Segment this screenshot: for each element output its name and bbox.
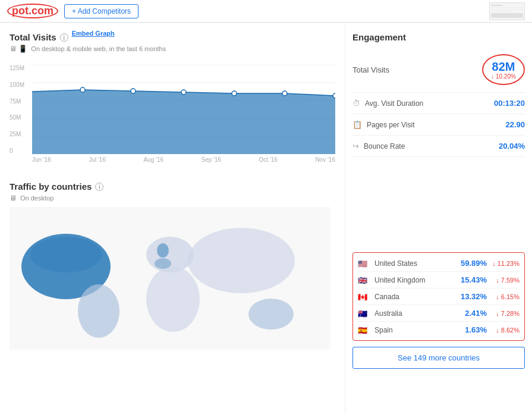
svg-point-28 [155, 258, 171, 269]
engagement-total-visits-row: Total Visits 82M ↓ 10.20% [352, 49, 525, 93]
svg-point-27 [30, 237, 102, 272]
svg-rect-1 [491, 5, 503, 6]
desktop-mobile-icon: 🖥 📱 [10, 45, 27, 53]
total-visits-change: ↓ 10.20% [491, 73, 516, 80]
chart-svg [32, 65, 335, 156]
total-visits-info-icon: i [60, 33, 68, 42]
bounce-rate-row: ↪ Bounce Rate 20.04% [352, 136, 525, 157]
flag-ca: 🇨🇦 [358, 293, 370, 301]
country-pct-gb: 15.43% [454, 275, 487, 284]
avg-visit-row: ⏱ Avg. Visit Duration 00:13:20 [352, 93, 525, 114]
total-visits-title: Total Visits [10, 32, 56, 42]
svg-rect-2 [491, 7, 523, 8]
site-thumbnail [489, 2, 525, 20]
chart-area: 125M 100M 75M 50M 25M 0 [10, 65, 335, 154]
total-visits-subtitle: On desktop & mobile web, in the last 6 m… [31, 45, 166, 52]
main-content: Total Visits i Embed Graph 🖥 📱 On deskto… [0, 23, 532, 414]
country-name-us: United States [374, 259, 454, 268]
engagement-total-visits-label: Total Visits [352, 65, 389, 74]
bounce-icon: ↪ [352, 142, 359, 150]
flag-au: 🇦🇺 [358, 309, 370, 318]
country-change-us: ↓ 11.23% [487, 260, 520, 267]
desktop-icon: 🖥 [10, 194, 17, 202]
chart-y-labels: 125M 100M 75M 50M 25M 0 [10, 65, 30, 154]
country-row-au: 🇦🇺 Australia 2.41% ↓ 7.28% [358, 305, 520, 322]
country-row-es: 🇪🇸 Spain 1.63% ↓ 8.62% [358, 322, 520, 338]
svg-rect-4 [491, 11, 515, 11]
traffic-countries-subtitle: On desktop [20, 195, 53, 202]
flag-gb: 🇬🇧 [358, 276, 370, 284]
chart-x-labels: Jun '16 Jul '16 Aug '16 Sep '16 Oct '16 … [32, 156, 335, 163]
embed-graph-link[interactable]: Embed Graph [72, 30, 115, 37]
country-pct-au: 2.41% [454, 309, 487, 318]
country-change-gb: ↓ 7.59% [487, 277, 520, 284]
svg-point-15 [181, 90, 186, 95]
country-row-gb: 🇬🇧 United Kingdom 15.43% ↓ 7.59% [358, 272, 520, 288]
country-stats-section: 🇺🇸 United States 59.89% ↓ 11.23% 🇬🇧 Unit… [352, 252, 525, 369]
bounce-rate-value: 20.04% [499, 142, 525, 150]
svg-point-17 [282, 91, 287, 96]
country-pct-us: 59.89% [454, 259, 487, 268]
svg-point-26 [157, 243, 169, 258]
svg-point-14 [131, 89, 136, 93]
country-change-ca: ↓ 6.15% [487, 293, 520, 300]
pages-icon: 📋 [352, 120, 362, 129]
svg-marker-12 [32, 90, 335, 154]
traffic-countries-title: Traffic by countries [10, 181, 92, 192]
left-panel: Total Visits i Embed Graph 🖥 📱 On deskto… [0, 23, 345, 414]
country-name-gb: United Kingdom [374, 276, 454, 284]
pages-per-visit-row: 📋 Pages per Visit 22.90 [352, 114, 525, 136]
add-competitors-button[interactable]: + Add Competitors [64, 4, 138, 18]
site-logo: pot.com [7, 4, 58, 18]
traffic-countries-info-icon: i [95, 183, 103, 191]
svg-point-16 [232, 91, 237, 96]
country-name-es: Spain [374, 326, 454, 334]
see-more-countries-button[interactable]: See 149 more countries [352, 347, 525, 369]
flag-es: 🇪🇸 [358, 326, 370, 334]
traffic-countries-section: Traffic by countries i 🖥 On desktop [10, 181, 335, 350]
country-change-es: ↓ 8.62% [487, 327, 520, 334]
svg-rect-3 [491, 9, 523, 10]
total-visits-badge: 82M ↓ 10.20% [482, 54, 525, 85]
engagement-section: Engagement Total Visits 82M ↓ 10.20% ⏱ A… [352, 32, 525, 157]
bounce-rate-label: Bounce Rate [364, 142, 405, 150]
country-name-ca: Canada [374, 293, 454, 301]
right-panel: Engagement Total Visits 82M ↓ 10.20% ⏱ A… [345, 23, 532, 414]
svg-point-23 [146, 266, 200, 332]
country-change-au: ↓ 7.28% [487, 310, 520, 317]
svg-point-21 [78, 284, 119, 338]
svg-point-13 [80, 87, 85, 92]
header: pot.com + Add Competitors [0, 0, 532, 23]
avg-visit-value: 00:13:20 [494, 99, 525, 108]
country-table: 🇺🇸 United States 59.89% ↓ 11.23% 🇬🇧 Unit… [352, 252, 525, 341]
country-pct-es: 1.63% [454, 325, 487, 334]
clock-icon: ⏱ [352, 99, 360, 108]
svg-point-18 [333, 93, 335, 98]
country-row-ca: 🇨🇦 Canada 13.32% ↓ 6.15% [358, 288, 520, 305]
total-visits-section: Total Visits i Embed Graph 🖥 📱 On deskto… [10, 32, 335, 172]
country-pct-ca: 13.32% [454, 292, 487, 301]
svg-point-25 [248, 299, 294, 330]
total-visits-big-value: 82M [492, 60, 515, 73]
svg-rect-5 [491, 13, 523, 18]
country-name-au: Australia [374, 309, 454, 318]
flag-us: 🇺🇸 [358, 259, 370, 268]
country-row-us: 🇺🇸 United States 59.89% ↓ 11.23% [358, 255, 520, 272]
total-visits-chart: 125M 100M 75M 50M 25M 0 [10, 65, 335, 172]
world-map [10, 207, 330, 350]
svg-point-24 [188, 228, 295, 293]
avg-visit-label: Avg. Visit Duration [365, 99, 423, 108]
site-name: pot.com [7, 4, 58, 18]
pages-per-visit-value: 22.90 [505, 120, 525, 129]
engagement-title: Engagement [352, 32, 525, 42]
pages-per-visit-label: Pages per Visit [367, 121, 415, 129]
